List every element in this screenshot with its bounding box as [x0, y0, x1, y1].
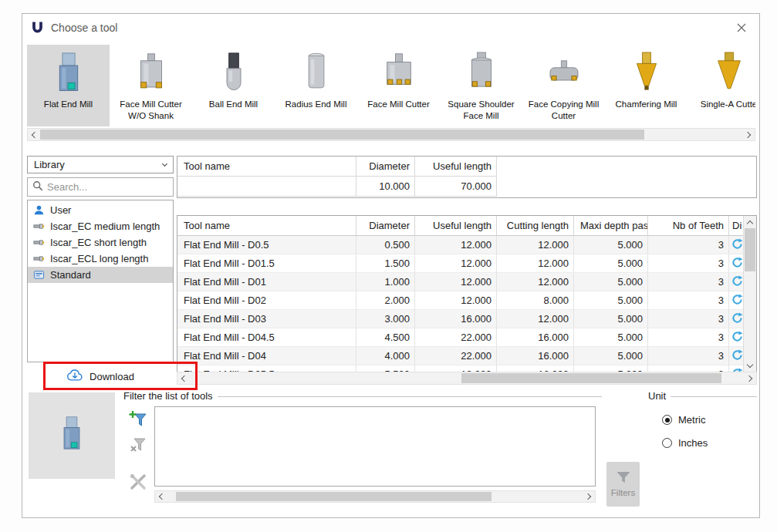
- tool-type-square-shoulder-face-mill[interactable]: Square Shoulder Face Mill: [440, 45, 522, 126]
- scroll-right-arrow[interactable]: [744, 372, 756, 384]
- scroll-thumb[interactable]: [176, 492, 492, 501]
- value-cell: 3: [648, 236, 729, 254]
- library-dropdown[interactable]: Library: [27, 156, 174, 173]
- tool-preview-panel: [29, 392, 115, 479]
- rotation-direction-cell: [729, 273, 745, 291]
- value-cell: 5.000: [574, 254, 648, 273]
- tool-type-ball-end-mill[interactable]: Ball End Mill: [192, 45, 275, 126]
- rotation-icon: [731, 259, 743, 271]
- rotation-direction-cell: [729, 328, 745, 347]
- rotation-direction-cell: [729, 291, 745, 310]
- scroll-right-arrow[interactable]: [583, 491, 595, 502]
- tool-type-label: Chamfering Mill: [605, 99, 687, 110]
- choose-a-tool-dialog: Choose a tool Flat End MillFace Mill Cut…: [22, 13, 760, 518]
- library-item-standard[interactable]: Standard: [28, 267, 173, 283]
- value-cell: 1.500: [356, 254, 415, 273]
- table-vertical-scrollbar[interactable]: [743, 216, 756, 372]
- face-mill-cutter-wo-shank-icon: [110, 46, 192, 96]
- tool-row-flat-end-mill-d04-5[interactable]: Flat End Mill - D04.54.50022.00016.0005.…: [177, 328, 745, 347]
- scroll-up-arrow[interactable]: [744, 216, 756, 228]
- tool-library-icon: [32, 221, 45, 232]
- search-box[interactable]: [27, 177, 174, 197]
- unit-radio-inches[interactable]: Inches: [662, 437, 708, 449]
- column-header-di[interactable]: Di: [729, 216, 745, 236]
- tool-type-face-mill-cutter[interactable]: Face Mill Cutter: [357, 45, 440, 126]
- library-item-iscar-ecl-long-length[interactable]: Iscar_ECL long length: [28, 251, 173, 267]
- value-cell: 8.000: [497, 291, 574, 310]
- radio-icon: [662, 438, 672, 448]
- tool-settings-button[interactable]: [127, 471, 148, 492]
- library-item-iscar-ec-medium-length[interactable]: Iscar_EC medium length: [28, 218, 173, 234]
- column-header-useful-length[interactable]: Useful length: [415, 216, 497, 236]
- tool-row-flat-end-mill-d02[interactable]: Flat End Mill - D022.00012.0008.0005.000…: [177, 291, 745, 310]
- tool-row-flat-end-mill-d0-5[interactable]: Flat End Mill - D0.50.50012.00012.0005.0…: [177, 236, 745, 254]
- close-icon[interactable]: [733, 19, 750, 36]
- filter-list[interactable]: [154, 406, 596, 487]
- tool-type-strip: Flat End MillFace Mill Cutter W/O ShankB…: [27, 45, 755, 126]
- scroll-thumb[interactable]: [461, 373, 721, 383]
- tool-type-label: Face Mill Cutter W/O Shank: [110, 99, 192, 122]
- filter-value-cell[interactable]: 10.000: [356, 177, 415, 197]
- column-header-maxi-depth-pass[interactable]: Maxi depth pass: [574, 216, 648, 236]
- tool-row-flat-end-mill-d04[interactable]: Flat End Mill - D044.00022.00016.0005.00…: [177, 347, 745, 365]
- download-button[interactable]: Download: [27, 366, 174, 386]
- tool-type-face-copying-mill-cutter[interactable]: Face Copying Mill Cutter: [522, 45, 605, 126]
- filter-value-cell[interactable]: 70.000: [415, 177, 497, 197]
- scroll-left-arrow[interactable]: [177, 372, 190, 384]
- chamfering-mill-icon: [605, 46, 687, 96]
- square-shoulder-face-mill-icon: [440, 46, 522, 96]
- tool-row-flat-end-mill-d05-5[interactable]: Flat End Mill - D05.55.50018.00016.0005.…: [177, 365, 745, 372]
- filter-value-cell[interactable]: [177, 177, 356, 197]
- rotation-icon: [731, 333, 743, 345]
- column-header-cutting-length[interactable]: Cutting length: [497, 216, 574, 236]
- standard-library-icon: [32, 269, 45, 281]
- column-header-diameter[interactable]: Diameter: [356, 216, 415, 236]
- tool-type-label: Single-A Cutte: [687, 99, 755, 110]
- tool-row-flat-end-mill-d01-5[interactable]: Flat End Mill - D01.51.50012.00012.0005.…: [177, 254, 745, 273]
- library-item-label: Standard: [50, 269, 91, 281]
- remove-filter-button[interactable]: [127, 434, 148, 455]
- value-cell: 5.000: [574, 328, 648, 347]
- value-cell: 16.000: [497, 347, 574, 365]
- radio-label: Inches: [678, 437, 708, 449]
- tool-type-flat-end-mill[interactable]: Flat End Mill: [27, 45, 110, 126]
- app-logo-icon: [32, 21, 43, 35]
- library-item-iscar-ec-short-length[interactable]: Iscar_EC short length: [28, 234, 173, 251]
- library-item-user[interactable]: User: [28, 202, 173, 218]
- tool-type-label: Square Shoulder Face Mill: [440, 99, 522, 122]
- single-angle-cutter-icon: [687, 46, 755, 96]
- ball-end-mill-icon: [192, 46, 275, 96]
- column-header-nb-of-teeth[interactable]: Nb of Teeth: [648, 216, 729, 236]
- scroll-thumb[interactable]: [745, 228, 755, 271]
- search-input[interactable]: [47, 181, 163, 193]
- scroll-left-arrow[interactable]: [155, 491, 167, 502]
- filter-header-useful-length: Useful length: [415, 157, 497, 177]
- radius-end-mill-icon: [275, 46, 357, 96]
- tool-type-radius-end-mill[interactable]: Radius End Mill: [275, 45, 357, 126]
- tool-strip-scrollbar[interactable]: [27, 128, 755, 141]
- scroll-down-arrow[interactable]: [744, 359, 756, 372]
- tool-name-cell: Flat End Mill - D02: [177, 291, 356, 310]
- add-filter-button[interactable]: [127, 408, 148, 429]
- filters-button[interactable]: Filters: [606, 462, 640, 507]
- unit-radio-metric[interactable]: Metric: [662, 414, 705, 426]
- tool-row-flat-end-mill-d03[interactable]: Flat End Mill - D033.00016.00012.0005.00…: [177, 310, 745, 328]
- tool-type-face-mill-cutter-wo-shank[interactable]: Face Mill Cutter W/O Shank: [110, 45, 192, 126]
- column-header-tool-name[interactable]: Tool name: [177, 216, 356, 236]
- table-body: Flat End Mill - D0.50.50012.00012.0005.0…: [177, 236, 745, 372]
- rotation-direction-cell: [729, 347, 745, 365]
- scroll-right-arrow[interactable]: [742, 129, 755, 140]
- window-title: Choose a tool: [51, 22, 117, 34]
- scroll-left-arrow[interactable]: [28, 129, 40, 140]
- tool-row-flat-end-mill-d01[interactable]: Flat End Mill - D011.00012.00012.0005.00…: [177, 273, 745, 291]
- scroll-thumb[interactable]: [40, 130, 644, 140]
- table-horizontal-scrollbar[interactable]: [177, 372, 757, 385]
- tool-library-icon: [32, 237, 45, 248]
- value-cell: 5.000: [574, 291, 648, 310]
- value-cell: 16.000: [497, 328, 574, 347]
- tool-type-chamfering-mill[interactable]: Chamfering Mill: [605, 45, 687, 126]
- tool-type-single-angle-cutter[interactable]: Single-A Cutte: [687, 45, 755, 126]
- value-cell: 18.000: [415, 365, 497, 372]
- tool-name-cell: Flat End Mill - D04.5: [177, 328, 356, 347]
- filter-list-scrollbar[interactable]: [154, 490, 596, 503]
